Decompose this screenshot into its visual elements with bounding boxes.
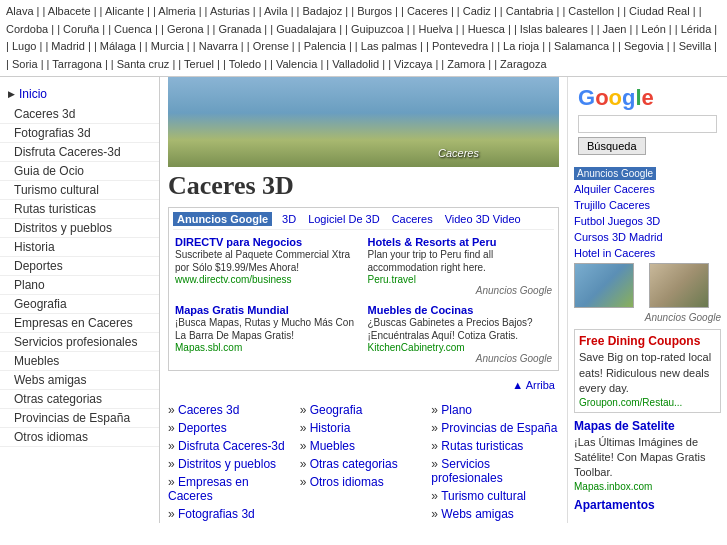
bottom-link[interactable]: Otros idiomas bbox=[300, 475, 384, 489]
topnav-item[interactable]: Caceres bbox=[407, 5, 448, 17]
topnav-item[interactable]: Valladolid bbox=[332, 58, 379, 70]
google-search-button[interactable]: Búsqueda bbox=[578, 137, 646, 155]
bottom-link[interactable]: Muebles bbox=[300, 439, 355, 453]
bottom-link[interactable]: Deportes bbox=[168, 421, 227, 435]
sidebar-item-link[interactable]: Historia bbox=[14, 240, 55, 254]
topnav-item[interactable]: Soria bbox=[12, 58, 38, 70]
promo-title[interactable]: Free Dining Coupons bbox=[579, 334, 716, 348]
sidebar-item[interactable]: Empresas en Caceres bbox=[0, 314, 159, 333]
topnav-item[interactable]: Huelva bbox=[418, 23, 452, 35]
promo-url[interactable]: Groupon.com/Restau... bbox=[579, 397, 716, 408]
topnav-item[interactable]: Palencia bbox=[304, 40, 346, 52]
ad-4-title[interactable]: Muebles de Cocinas bbox=[368, 304, 553, 316]
ad-2-title[interactable]: Hotels & Resorts at Peru bbox=[368, 236, 553, 248]
topnav-item[interactable]: Málaga bbox=[100, 40, 136, 52]
sidebar-item-link[interactable]: Provincias de España bbox=[14, 411, 130, 425]
topnav-item[interactable]: Orense bbox=[253, 40, 289, 52]
topnav-item[interactable]: Asturias bbox=[210, 5, 250, 17]
topnav-item[interactable]: Zamora bbox=[447, 58, 485, 70]
bottom-link[interactable]: Historia bbox=[300, 421, 351, 435]
topnav-item[interactable]: Jaen bbox=[603, 23, 627, 35]
sidebar-item[interactable]: Caceres 3d bbox=[0, 105, 159, 124]
topnav-item[interactable]: Cordoba bbox=[6, 23, 48, 35]
sidebar-item-link[interactable]: Disfruta Caceres-3d bbox=[14, 145, 121, 159]
sidebar-item-link[interactable]: Webs amigas bbox=[14, 373, 86, 387]
apartments-title[interactable]: Apartamentos bbox=[574, 498, 721, 512]
topnav-item[interactable]: La rioja bbox=[503, 40, 539, 52]
topnav-item[interactable]: León bbox=[641, 23, 665, 35]
topnav-item[interactable]: Santa cruz bbox=[117, 58, 170, 70]
ads-header-link[interactable]: Video 3D Video bbox=[445, 213, 521, 225]
bottom-link[interactable]: Plano bbox=[431, 403, 472, 417]
sidebar-item[interactable]: Plano bbox=[0, 276, 159, 295]
topnav-item[interactable]: Pontevedra bbox=[432, 40, 488, 52]
right-ad-link[interactable]: Futbol Juegos 3D bbox=[574, 215, 660, 227]
right-ad-link[interactable]: Alquiler Caceres bbox=[574, 183, 655, 195]
topnav-item[interactable]: Badajoz bbox=[302, 5, 342, 17]
sidebar-item-link[interactable]: Empresas en Caceres bbox=[14, 316, 133, 330]
sidebar-item-link[interactable]: Deportes bbox=[14, 259, 63, 273]
bottom-link[interactable]: Otras categorias bbox=[300, 457, 398, 471]
sidebar-item[interactable]: Historia bbox=[0, 238, 159, 257]
topnav-item[interactable]: Alicante bbox=[105, 5, 144, 17]
sidebar-item[interactable]: Provincias de España bbox=[0, 409, 159, 428]
topnav-item[interactable]: Albacete bbox=[48, 5, 91, 17]
topnav-item[interactable]: Granada bbox=[218, 23, 261, 35]
sidebar-item[interactable]: Otros idiomas bbox=[0, 428, 159, 447]
bottom-link[interactable]: Servicios profesionales bbox=[431, 457, 502, 485]
topnav-item[interactable]: Islas baleares bbox=[520, 23, 588, 35]
sidebar-item-link[interactable]: Otros idiomas bbox=[14, 430, 88, 444]
sidebar-item-link[interactable]: Rutas turisticas bbox=[14, 202, 96, 216]
topnav-item[interactable]: Sevilla bbox=[679, 40, 711, 52]
map-box-title[interactable]: Mapas de Satelite bbox=[574, 419, 721, 433]
topnav-item[interactable]: Coruña bbox=[63, 23, 99, 35]
topnav-item[interactable]: Castellon bbox=[568, 5, 614, 17]
topnav-item[interactable]: Segovia bbox=[624, 40, 664, 52]
topnav-item[interactable]: Cadiz bbox=[463, 5, 491, 17]
ads-header-link[interactable]: Logiciel De 3D bbox=[308, 213, 380, 225]
right-ad-link[interactable]: Cursos 3D Madrid bbox=[574, 231, 663, 243]
topnav-item[interactable]: Burgos bbox=[357, 5, 392, 17]
sidebar-item-link[interactable]: Otras categorias bbox=[14, 392, 102, 406]
topnav-item[interactable]: Toledo bbox=[229, 58, 261, 70]
right-ad-link[interactable]: Trujillo Caceres bbox=[574, 199, 650, 211]
sidebar-item-link[interactable]: Guia de Ocio bbox=[14, 164, 84, 178]
topnav-item[interactable]: Ciudad Real bbox=[629, 5, 690, 17]
sidebar-item[interactable]: Guia de Ocio bbox=[0, 162, 159, 181]
topnav-item[interactable]: Las palmas bbox=[361, 40, 417, 52]
sidebar-item-link[interactable]: Fotografias 3d bbox=[14, 126, 91, 140]
ads-header-link[interactable]: Caceres bbox=[392, 213, 433, 225]
sidebar-inicio[interactable]: Inicio bbox=[0, 83, 159, 105]
sidebar-item[interactable]: Deportes bbox=[0, 257, 159, 276]
topnav-item[interactable]: Tarragona bbox=[52, 58, 102, 70]
topnav-item[interactable]: Lérida bbox=[681, 23, 712, 35]
sidebar-item-link[interactable]: Turismo cultural bbox=[14, 183, 99, 197]
topnav-item[interactable]: Gerona bbox=[167, 23, 204, 35]
sidebar-item[interactable]: Webs amigas bbox=[0, 371, 159, 390]
sidebar-item-link[interactable]: Muebles bbox=[14, 354, 59, 368]
sidebar-item-link[interactable]: Caceres 3d bbox=[14, 107, 75, 121]
sidebar-item[interactable]: Fotografias 3d bbox=[0, 124, 159, 143]
sidebar-item-link[interactable]: Geografia bbox=[14, 297, 67, 311]
sidebar-item[interactable]: Geografia bbox=[0, 295, 159, 314]
topnav-item[interactable]: Alava bbox=[6, 5, 34, 17]
sidebar-item[interactable]: Otras categorias bbox=[0, 390, 159, 409]
topnav-item[interactable]: Almeria bbox=[158, 5, 195, 17]
topnav-item[interactable]: Lugo bbox=[12, 40, 36, 52]
topnav-item[interactable]: Valencia bbox=[276, 58, 317, 70]
topnav-item[interactable]: Cantabria bbox=[506, 5, 554, 17]
sidebar-item-link[interactable]: Distritos y pueblos bbox=[14, 221, 112, 235]
topnav-item[interactable]: Guipuzcoa bbox=[351, 23, 404, 35]
bottom-link[interactable]: Geografia bbox=[300, 403, 363, 417]
arriba-link[interactable]: ▲ Arriba bbox=[168, 377, 559, 393]
topnav-item[interactable]: Huesca bbox=[468, 23, 505, 35]
bottom-link[interactable]: Caceres 3d bbox=[168, 403, 239, 417]
topnav-item[interactable]: Guadalajara bbox=[276, 23, 336, 35]
google-search-input[interactable] bbox=[578, 115, 717, 133]
sidebar-item[interactable]: Turismo cultural bbox=[0, 181, 159, 200]
sidebar-item[interactable]: Servicios profesionales bbox=[0, 333, 159, 352]
topnav-item[interactable]: Zaragoza bbox=[500, 58, 546, 70]
sidebar-item[interactable]: Rutas turisticas bbox=[0, 200, 159, 219]
topnav-item[interactable]: Madrid bbox=[51, 40, 85, 52]
sidebar-item[interactable]: Disfruta Caceres-3d bbox=[0, 143, 159, 162]
